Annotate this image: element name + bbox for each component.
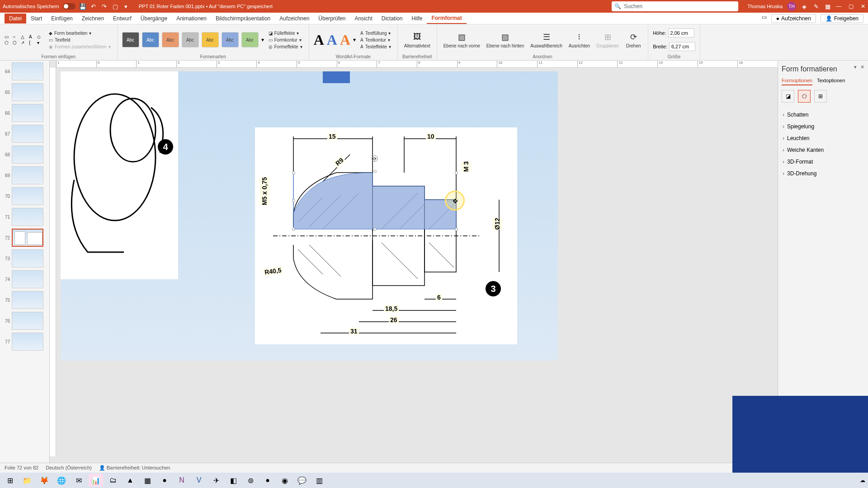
thumb-row[interactable]: 71: [2, 208, 47, 226]
app-icon[interactable]: 🗂: [106, 474, 120, 487]
app8-icon[interactable]: ▥: [312, 474, 326, 487]
fill-line-icon[interactable]: ◪: [782, 90, 794, 103]
thumb-row[interactable]: 70: [2, 187, 47, 205]
height-input[interactable]: [668, 28, 694, 38]
shape-style-3[interactable]: Abc: [162, 32, 179, 47]
tab-start[interactable]: Start: [26, 14, 47, 23]
app2-icon[interactable]: ▦: [140, 474, 155, 487]
selection-pane-button[interactable]: ☰Auswahlbereich: [528, 31, 564, 49]
tab-slideshow[interactable]: Bildschirmpräsentation: [211, 14, 275, 23]
app3-icon[interactable]: ●: [157, 474, 172, 487]
style-more-icon[interactable]: ▾: [261, 37, 264, 43]
thumb-row[interactable]: 75: [2, 291, 47, 309]
outlook-icon[interactable]: ✉: [71, 474, 86, 487]
undo-icon[interactable]: ↶: [90, 3, 97, 10]
wordart-style-1[interactable]: A: [314, 32, 324, 48]
section-glow[interactable]: Leuchten: [782, 132, 864, 144]
wordart-style-2[interactable]: A: [327, 32, 337, 48]
shape-style-2[interactable]: Abc: [142, 32, 159, 47]
section-shadow[interactable]: Schatten: [782, 109, 864, 121]
section-softedges[interactable]: Weiche Kanten: [782, 144, 864, 156]
telegram-icon[interactable]: ✈: [209, 474, 223, 487]
tab-insert[interactable]: Einfügen: [47, 14, 77, 23]
maximize-icon[interactable]: ▢: [849, 3, 854, 9]
textbox-button[interactable]: ▭ Textfeld: [47, 37, 113, 43]
redo-icon[interactable]: ↷: [101, 3, 108, 10]
slide-counter[interactable]: Folie 72 von 82: [5, 465, 38, 471]
selection-handle[interactable]: [455, 228, 458, 231]
thumb-row[interactable]: 72: [2, 229, 47, 247]
tab-review[interactable]: Überprüfen: [314, 14, 350, 23]
send-backward-button[interactable]: ▨Ebene nach hinten: [485, 31, 526, 49]
more-icon[interactable]: ▾: [123, 3, 130, 10]
vlc-icon[interactable]: ▲: [123, 474, 137, 487]
powerpoint-icon[interactable]: 📊: [89, 474, 103, 487]
share-button[interactable]: 👤 Freigeben: [821, 14, 863, 23]
thumb-row[interactable]: 67: [2, 125, 47, 143]
tab-draw[interactable]: Zeichnen: [77, 14, 108, 23]
thumb-row[interactable]: 74: [2, 270, 47, 288]
tab-design[interactable]: Entwurf: [108, 14, 136, 23]
obs-icon[interactable]: ⊚: [243, 474, 258, 487]
accent-rectangle[interactable]: [323, 71, 350, 83]
record-button[interactable]: ● Aufzeichnen: [771, 14, 816, 23]
app6-icon[interactable]: ◉: [278, 474, 292, 487]
shape-style-1[interactable]: Abc: [122, 32, 139, 47]
tab-record[interactable]: Aufzeichnen: [275, 14, 314, 23]
tab-transitions[interactable]: Übergänge: [136, 14, 172, 23]
rotation-handle[interactable]: ⟳: [372, 155, 378, 162]
selection-handle[interactable]: [373, 228, 377, 231]
avatar[interactable]: TH: [787, 2, 796, 11]
autosave-toggle[interactable]: [63, 3, 75, 9]
explorer-icon[interactable]: 📁: [20, 474, 34, 487]
shape-effects-button[interactable]: ◎ Formeffekte ▾: [267, 44, 304, 50]
diamond-icon[interactable]: ◈: [801, 3, 808, 10]
effects-icon[interactable]: ⬠: [798, 90, 811, 103]
weather-icon[interactable]: ☁: [860, 477, 865, 483]
box-icon[interactable]: ▦: [824, 3, 831, 10]
section-3dformat[interactable]: 3D-Format: [782, 156, 864, 168]
thumb-row[interactable]: 77: [2, 333, 47, 351]
pane-close-icon[interactable]: ✕: [860, 64, 864, 70]
chrome-icon[interactable]: 🌐: [54, 474, 69, 487]
tab-file[interactable]: Datei: [5, 14, 26, 23]
canvas-area[interactable]: 1012345678910111213141516 4: [50, 61, 778, 463]
tab-help[interactable]: Hilfe: [407, 14, 427, 23]
tab-shape-options[interactable]: Formoptionen: [782, 78, 812, 85]
tab-animations[interactable]: Animationen: [172, 14, 211, 23]
visio-icon[interactable]: V: [192, 474, 206, 487]
shape-style-4[interactable]: Abc: [182, 32, 199, 47]
rotate-button[interactable]: ⟳Drehen: [623, 31, 643, 49]
language-status[interactable]: Deutsch (Österreich): [46, 465, 91, 471]
text-outline-button[interactable]: A Textkontur ▾: [359, 37, 393, 43]
text-effects-button[interactable]: A Texteffekte ▾: [359, 44, 393, 50]
onenote-icon[interactable]: N: [175, 474, 189, 487]
selection-handle[interactable]: [292, 171, 295, 174]
alt-text-button[interactable]: 🖼Alternativtext: [402, 31, 432, 49]
shape-style-7[interactable]: Abc: [241, 32, 259, 47]
thumb-row[interactable]: 65: [2, 83, 47, 101]
firefox-icon[interactable]: 🦊: [37, 474, 52, 487]
app7-icon[interactable]: 💬: [295, 474, 309, 487]
shape-style-6[interactable]: Abc: [222, 32, 239, 47]
shape-outline-button[interactable]: ▭ Formkontur ▾: [267, 37, 304, 43]
text-fill-button[interactable]: A Textfüllung ▾: [359, 30, 393, 36]
align-button[interactable]: ⫶Ausrichten: [567, 31, 592, 49]
shape-gallery[interactable]: ▭○△A◇ ⬠⬡↗{▾: [5, 34, 44, 45]
app4-icon[interactable]: ◧: [226, 474, 241, 487]
selection-handle[interactable]: [292, 228, 295, 231]
edit-shape-button[interactable]: ◆ Form bearbeiten ▾: [47, 30, 113, 36]
save-icon[interactable]: 💾: [79, 3, 86, 10]
tab-text-options[interactable]: Textoptionen: [817, 78, 845, 85]
shape-style-5[interactable]: Abc: [202, 32, 219, 47]
wordart-more-icon[interactable]: ▾: [353, 37, 356, 43]
accessibility-status[interactable]: 👤 Barrierefreiheit: Untersuchen: [99, 465, 170, 471]
selection-handle[interactable]: [455, 171, 458, 174]
tab-shapeformat[interactable]: Formformat: [427, 13, 466, 24]
width-input[interactable]: [669, 42, 695, 51]
thumb-row[interactable]: 64: [2, 62, 47, 80]
wordart-style-3[interactable]: A: [340, 32, 350, 48]
thumb-row[interactable]: 76: [2, 312, 47, 330]
pane-options-icon[interactable]: ▾: [854, 64, 857, 70]
user-name[interactable]: Thomas Hruska: [747, 4, 783, 9]
